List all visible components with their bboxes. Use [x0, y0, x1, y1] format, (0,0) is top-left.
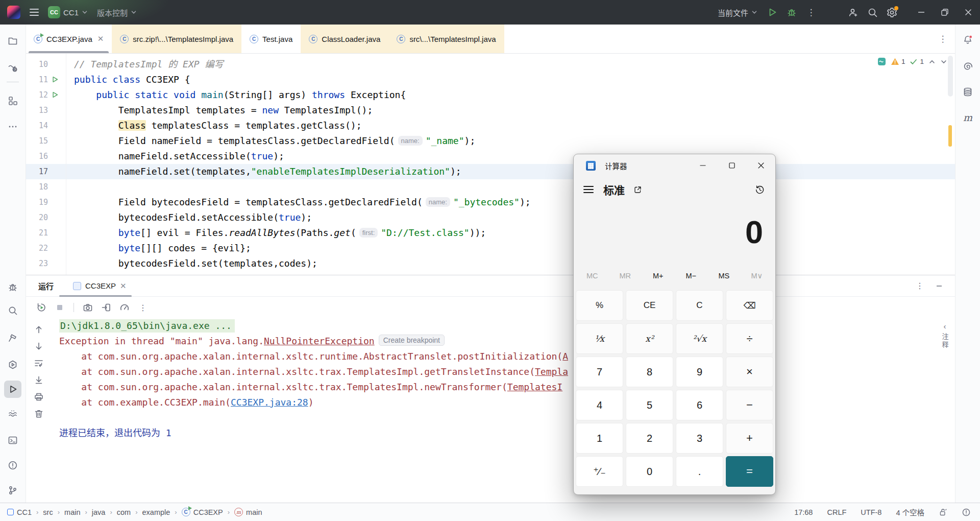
run-tab[interactable]: CC3EXP ✕	[73, 281, 127, 291]
console-output[interactable]: D:\jdk1.8.0_65\bin\java.exe ...Exception…	[59, 318, 955, 504]
soft-wrap-button[interactable]	[32, 356, 46, 370]
clear-console-button[interactable]	[32, 407, 46, 421]
keep-on-top-icon[interactable]	[633, 185, 643, 195]
memory-button-M∨[interactable]: M∨	[741, 268, 774, 284]
toolwindow-button-problems[interactable]	[4, 405, 21, 422]
toolwindow-button-maven[interactable]: m	[959, 109, 976, 126]
calc-key-%[interactable]: %	[576, 290, 623, 321]
editor-tab-4[interactable]: CClassLoader.java	[301, 25, 388, 53]
calc-key-⌫[interactable]: ⌫	[726, 290, 773, 321]
calc-key-−[interactable]: −	[726, 390, 773, 420]
breadcrumb-item-example[interactable]: example	[142, 508, 170, 516]
inspections-widget[interactable]: 1 1	[877, 57, 947, 66]
profiler-button[interactable]	[117, 300, 132, 315]
prev-problem-button[interactable]	[928, 58, 936, 65]
status-line-separator[interactable]: CRLF	[827, 508, 846, 516]
calc-close-button[interactable]	[746, 154, 775, 177]
breadcrumb-item-CC3EXP[interactable]: CCC3EXP	[182, 508, 223, 516]
window-close-button[interactable]	[957, 0, 980, 25]
calc-key-=[interactable]: =	[726, 456, 773, 487]
run-panel-options-button[interactable]: ⋮	[913, 279, 927, 293]
calc-key-CE[interactable]: CE	[626, 290, 673, 321]
calc-key-x²[interactable]: x²	[626, 323, 673, 354]
rerun-button[interactable]	[34, 300, 49, 315]
status-encoding[interactable]: UTF-8	[861, 508, 881, 516]
calc-key-3[interactable]: 3	[676, 423, 723, 454]
memory-button-MC[interactable]: MC	[576, 268, 609, 284]
next-stack-frame-button[interactable]	[32, 339, 46, 353]
run-button[interactable]	[763, 4, 782, 21]
stacktrace-link[interactable]: Templa	[535, 366, 568, 377]
main-menu-button[interactable]	[30, 9, 39, 16]
debug-button[interactable]	[782, 4, 801, 21]
calc-key-8[interactable]: 8	[626, 357, 673, 387]
toolwindow-button-structure[interactable]	[4, 92, 21, 109]
memory-button-MR[interactable]: MR	[609, 268, 642, 284]
prev-stack-frame-button[interactable]	[32, 322, 46, 337]
editor-tab-2[interactable]: Csrc.zip!\...\TemplatesImpl.java	[112, 25, 241, 53]
status-indent[interactable]: 4 个空格	[896, 507, 924, 517]
stacktrace-link[interactable]: CC3EXP.java:28	[231, 397, 308, 408]
code-with-me-button[interactable]	[843, 4, 863, 21]
calc-key-×[interactable]: ×	[726, 357, 773, 387]
breadcrumb-item-com[interactable]: com	[117, 508, 131, 516]
calc-menu-button[interactable]	[581, 182, 596, 197]
tab-close-icon[interactable]: ✕	[97, 34, 104, 43]
toolwindow-button-build[interactable]	[4, 329, 21, 346]
calc-key-⁺∕₋[interactable]: ⁺∕₋	[576, 456, 623, 487]
print-button[interactable]	[32, 390, 46, 404]
toolwindow-button-problems-view[interactable]	[4, 457, 21, 474]
toolwindow-button-terminal[interactable]	[4, 432, 21, 449]
project-widget[interactable]: CC CC1	[48, 6, 88, 18]
history-icon[interactable]	[754, 184, 765, 195]
breadcrumb-item-src[interactable]: src	[43, 508, 53, 516]
import-thread-dump-button[interactable]	[99, 300, 114, 315]
toolwindow-button-version-control[interactable]	[4, 482, 21, 499]
code-editor[interactable]: 1011121314151617181920212223 // Template…	[26, 54, 955, 275]
breadcrumb-item-java[interactable]: java	[92, 508, 106, 516]
calc-maximize-button[interactable]	[717, 154, 746, 177]
calc-key-⅟x[interactable]: ⅟x	[576, 323, 623, 354]
memory-button-M+[interactable]: M+	[642, 268, 675, 284]
memory-button-M−[interactable]: M−	[675, 268, 708, 284]
editor-scrollbar[interactable]	[948, 56, 953, 97]
toolwindow-button-debug[interactable]	[4, 278, 21, 296]
vcs-menu[interactable]: 版本控制	[97, 7, 137, 18]
toolwindow-button-find[interactable]	[4, 302, 21, 319]
run-tab-close-icon[interactable]: ✕	[120, 281, 127, 291]
collapsed-toolwindow-annotations[interactable]: ‹ 注释	[938, 323, 951, 349]
editor-tab-5[interactable]: Csrc\...\TemplatesImpl.java	[388, 25, 504, 53]
create-breakpoint-chip[interactable]: Create breakpoint	[379, 335, 445, 346]
calc-key-9[interactable]: 9	[676, 357, 723, 387]
calc-key-÷[interactable]: ÷	[726, 323, 773, 354]
editor-tab-1[interactable]: CCC3EXP.java✕	[26, 25, 112, 53]
screenshot-button[interactable]	[80, 300, 95, 315]
toolwindow-button-more-toolwindows[interactable]	[4, 118, 21, 135]
calc-key-²√x[interactable]: ²√x	[676, 323, 723, 354]
stacktrace-link[interactable]: NullPointerException	[264, 336, 375, 346]
next-problem-button[interactable]	[940, 58, 947, 65]
calc-key-2[interactable]: 2	[626, 423, 673, 454]
scroll-to-end-button[interactable]	[32, 373, 46, 387]
readonly-lock-icon[interactable]	[939, 508, 947, 516]
calc-key-C[interactable]: C	[676, 290, 723, 321]
toolwindow-button-project[interactable]	[4, 32, 21, 50]
tab-options-button[interactable]: ⋮	[934, 30, 951, 48]
stacktrace-link[interactable]: A	[562, 351, 568, 362]
run-configuration-selector[interactable]: 当前文件	[718, 7, 757, 18]
breadcrumb-item-CC1[interactable]: CC1	[7, 508, 32, 516]
calc-key-+[interactable]: +	[726, 423, 773, 454]
toolwindow-button-run[interactable]	[4, 381, 21, 398]
scrollbar-warning-marker[interactable]	[948, 125, 952, 147]
calculator-title-bar[interactable]: 计算器	[574, 154, 775, 177]
run-line-gutter-icon[interactable]	[51, 76, 59, 84]
calc-minimize-button[interactable]	[688, 154, 717, 177]
calc-key-6[interactable]: 6	[676, 390, 723, 420]
window-restore-button[interactable]	[933, 0, 957, 25]
stacktrace-link[interactable]: TemplatesI	[507, 382, 562, 392]
toolwindow-button-notifications[interactable]	[959, 31, 976, 49]
calc-key-4[interactable]: 4	[576, 390, 623, 420]
run-panel-hide-button[interactable]	[932, 279, 946, 293]
notifications-status-icon[interactable]	[962, 508, 971, 517]
calc-key-5[interactable]: 5	[626, 390, 673, 420]
